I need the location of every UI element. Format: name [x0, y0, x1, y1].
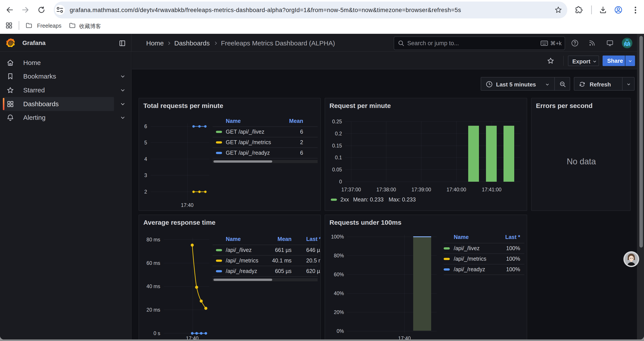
svg-text:661 µs: 661 µs — [275, 247, 292, 253]
svg-text:17:40: 17:40 — [398, 335, 411, 339]
svg-text:100%: 100% — [506, 266, 520, 272]
svg-text:0 s: 0 s — [154, 330, 160, 336]
svg-text:5: 5 — [144, 140, 147, 146]
svg-text:40 ms: 40 ms — [146, 283, 160, 289]
svg-text:17:40: 17:40 — [186, 335, 198, 339]
svg-text:605 µs: 605 µs — [275, 268, 292, 274]
svg-text:17:40:00: 17:40:00 — [446, 187, 466, 192]
svg-text:0.1: 0.1 — [335, 155, 342, 160]
svg-text:40%: 40% — [334, 290, 344, 296]
svg-text:60%: 60% — [334, 272, 344, 277]
svg-text:646 µs: 646 µs — [306, 247, 320, 253]
svg-text:GET /api/_/livez: GET /api/_/livez — [226, 129, 264, 135]
svg-text:/api/_/readyz: /api/_/readyz — [454, 266, 485, 272]
svg-text:100%: 100% — [506, 256, 520, 262]
svg-text:Mean: 0.233: Mean: 0.233 — [353, 196, 384, 203]
svg-text:Name: Name — [454, 234, 469, 240]
svg-text:Mean: Mean — [278, 236, 292, 242]
svg-text:/api/_/livez: /api/_/livez — [226, 247, 252, 253]
svg-text:40.1 ms: 40.1 ms — [272, 257, 292, 263]
svg-text:80 ms: 80 ms — [146, 237, 160, 242]
svg-text:Name: Name — [226, 118, 241, 124]
svg-text:20 ms: 20 ms — [146, 307, 160, 313]
svg-text:GET /api/_/readyz: GET /api/_/readyz — [226, 150, 270, 156]
svg-text:0: 0 — [339, 179, 342, 185]
svg-text:17:40: 17:40 — [181, 202, 194, 208]
svg-text:20.5 ms: 20.5 ms — [306, 257, 320, 263]
svg-text:20%: 20% — [334, 309, 344, 315]
svg-text:0.15: 0.15 — [332, 143, 342, 149]
svg-text:6: 6 — [144, 124, 147, 129]
svg-text:Mean: Mean — [289, 118, 303, 124]
svg-text:/api/_/livez: /api/_/livez — [454, 245, 480, 251]
svg-text:0%: 0% — [337, 328, 344, 334]
svg-text:Max: 0.233: Max: 0.233 — [389, 196, 416, 203]
svg-text:100%: 100% — [331, 234, 344, 240]
svg-text:Name: Name — [226, 236, 241, 242]
svg-text:/api/_/metrics: /api/_/metrics — [226, 257, 258, 263]
svg-text:17:38:00: 17:38:00 — [376, 187, 396, 192]
svg-text:4: 4 — [144, 156, 147, 162]
svg-text:0.2: 0.2 — [335, 131, 342, 137]
svg-text:/api/_/readyz: /api/_/readyz — [226, 268, 257, 274]
svg-text:17:37:00: 17:37:00 — [341, 187, 361, 192]
svg-text:2: 2 — [144, 189, 147, 195]
svg-text:17:39:00: 17:39:00 — [412, 187, 431, 192]
svg-text:/api/_/metrics: /api/_/metrics — [454, 256, 486, 262]
svg-text:3: 3 — [144, 172, 147, 178]
svg-text:100%: 100% — [506, 245, 520, 251]
svg-text:60 ms: 60 ms — [146, 260, 160, 266]
svg-text:Last *: Last * — [306, 236, 320, 242]
svg-text:Last *: Last * — [505, 234, 520, 240]
svg-text:80%: 80% — [334, 253, 344, 258]
svg-text:2xx: 2xx — [340, 196, 349, 203]
svg-text:17:41:00: 17:41:00 — [482, 187, 502, 192]
svg-text:6: 6 — [300, 150, 303, 156]
svg-text:GET /api/_/metrics: GET /api/_/metrics — [226, 139, 271, 145]
svg-text:620 µs: 620 µs — [306, 268, 320, 274]
svg-text:0.25: 0.25 — [332, 119, 342, 124]
svg-text:2: 2 — [300, 139, 303, 145]
svg-text:0.05: 0.05 — [332, 167, 342, 172]
svg-text:6: 6 — [300, 129, 303, 135]
